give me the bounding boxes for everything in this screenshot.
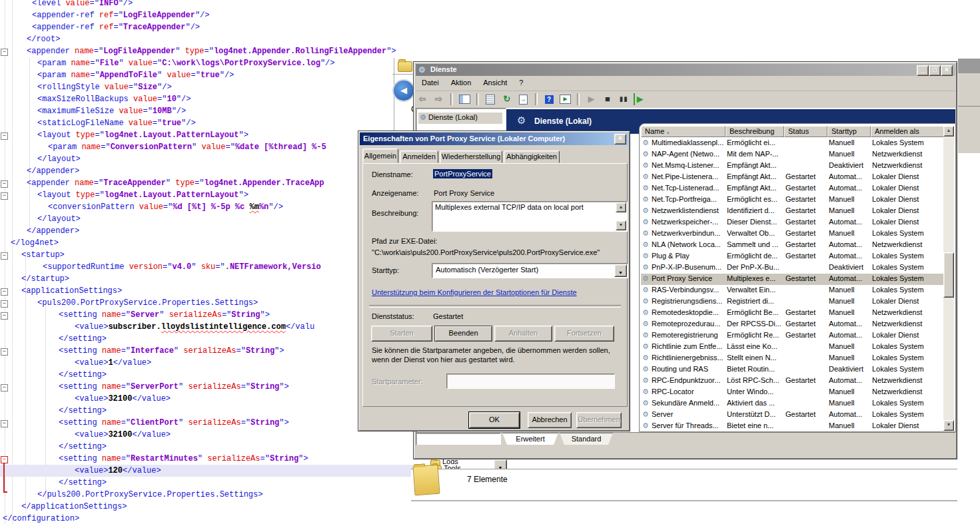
scroll-down-button[interactable]: ▼ [943, 420, 954, 431]
startup-options-help-link[interactable]: Unterstützung beim Konfigurieren der Sta… [372, 288, 577, 296]
forward-icon[interactable]: ⇨ [432, 93, 445, 105]
service-row[interactable]: ⚙Netzwerkverbindun...Verwaltet Ob...Gest… [641, 228, 943, 240]
fold-toggle-icon[interactable]: − [1, 192, 8, 200]
service-row[interactable]: ⚙Routing und RASBietet Routin...Deaktivi… [641, 364, 943, 376]
service-row[interactable]: ⚙PnP-X-IP-Busenum...Der PnP-X-Bu...Deakt… [641, 262, 943, 274]
cell-description: Stellt einen N... [727, 354, 783, 362]
properties-icon[interactable] [484, 93, 497, 105]
service-row[interactable]: ⚙Remoteprozedurau...Der RPCSS-Di...Gesta… [641, 319, 943, 330]
services-scrollbar[interactable]: ▲ ▼ [943, 126, 954, 431]
service-name-value[interactable]: PortProxyService [433, 169, 492, 178]
column-header-name[interactable]: Name ▲ [641, 126, 726, 137]
fold-toggle-icon[interactable]: − [1, 180, 8, 188]
service-row[interactable]: ⚙Net.Tcp-Listenerad...Empfängt Akt...Ges… [641, 183, 943, 194]
service-row[interactable]: ⚙Port Proxy ServiceMultiplexes e...Gesta… [641, 274, 943, 285]
start-button[interactable]: Starten [371, 326, 432, 342]
apply-button[interactable]: Übernehmen [576, 412, 622, 428]
service-row[interactable]: ⚙Plug & PlayErmöglicht de...GestartetAut… [641, 251, 943, 262]
cell-description: Der PnP-X-Bu... [727, 263, 783, 271]
code-line: <value>subscriber.lloydslistintelligence… [0, 321, 405, 333]
description-scroll-up[interactable]: ▲ [616, 202, 626, 212]
description-textbox[interactable]: Multiplexes external TCP/IP data on loca… [432, 201, 628, 232]
scrollbar-thumb[interactable] [943, 252, 954, 298]
fold-toggle-icon[interactable]: − [1, 132, 8, 140]
service-row[interactable]: ⚙Richtlinie zum Entfe...Lässt eine Ko...… [641, 342, 943, 353]
service-row[interactable]: ⚙NLA (Network Loca...Sammelt und ...Gest… [641, 240, 943, 251]
service-row[interactable]: ⚙Richtlinienergebniss...Stellt einen N..… [641, 353, 943, 364]
taskpad-window-icon[interactable]: ▶ [559, 93, 572, 105]
service-row[interactable]: ⚙Net.Tcp-Portfreiga...Ermöglicht es...Ge… [641, 194, 943, 206]
fold-toggle-icon[interactable]: − [1, 420, 8, 427]
service-row[interactable]: ⚙ServerUnterstützt D...GestartetAutomat.… [641, 409, 943, 421]
dialog-close-button[interactable]: × [614, 134, 626, 144]
service-row[interactable]: ⚙Server für Threads...Bietet eine n...Ma… [641, 421, 943, 431]
service-row[interactable]: ⚙NAP-Agent (Netwo...Mit dem NAP-...Manue… [641, 149, 943, 160]
fold-toggle-icon[interactable]: − [1, 288, 8, 296]
dialog-tab-wiederherstellung[interactable]: Wiederherstellung [440, 150, 502, 163]
fold-gutter[interactable]: −−−−−−−−−−−− [0, 0, 13, 524]
dialog-titlebar[interactable]: Eigenschaften von Port Proxy Service (Lo… [360, 132, 628, 145]
stop-service-icon[interactable]: ■ [601, 93, 614, 105]
fold-toggle-icon[interactable]: − [1, 300, 8, 308]
fold-toggle-icon[interactable]: − [1, 312, 8, 320]
maximize-button[interactable]: □ [929, 65, 941, 76]
dialog-tab-allgemein[interactable]: Allgemein [362, 148, 398, 163]
fold-toggle-icon[interactable]: − [1, 49, 8, 56]
start-service-icon[interactable]: ▶ [584, 93, 598, 105]
resume-button[interactable]: Fortsetzen [554, 326, 614, 342]
service-row[interactable]: ⚙Remotedesktopdie...Ermöglicht Be...Gest… [641, 308, 943, 319]
dialog-tab-abhängigkeiten[interactable]: Abhängigkeiten [504, 150, 560, 163]
close-button[interactable]: × [941, 65, 953, 76]
service-gear-icon: ⚙ [642, 320, 649, 328]
fold-toggle-icon-active[interactable]: − [1, 456, 8, 463]
fold-toggle-icon[interactable]: − [1, 384, 8, 392]
service-row[interactable]: ⚙RPC-LocatorUnter Windo...ManuellNetzwer… [641, 387, 943, 398]
fold-toggle-icon[interactable]: − [1, 252, 8, 260]
service-row[interactable]: ⚙Sekundäre Anmeld...Aktiviert das ...Man… [641, 398, 943, 409]
combobox-dropdown-button[interactable]: ▼ [614, 264, 627, 277]
ok-button[interactable]: OK [468, 411, 520, 429]
fold-toggle-icon[interactable]: − [1, 348, 8, 356]
combo-dropdown-button[interactable]: ▼ [494, 459, 507, 469]
start-params-input[interactable] [446, 374, 615, 389]
refresh-icon[interactable]: ↻ [500, 93, 514, 105]
console-tree-icon[interactable] [458, 93, 471, 105]
menu-item-datei[interactable]: Datei [416, 77, 445, 91]
pause-button[interactable]: Anhalten [494, 326, 552, 342]
description-scroll-down[interactable]: ▼ [616, 220, 626, 230]
column-header-starttyp[interactable]: Starttyp [827, 126, 871, 137]
help-icon[interactable]: ? [542, 93, 556, 105]
service-row[interactable]: ⚙Registrierungsdiens...Registriert di...… [641, 296, 943, 308]
column-header-status[interactable]: Status [784, 126, 827, 137]
service-row[interactable]: ⚙Netzwerkspeicher-...Dieser Dienst...Ges… [641, 217, 943, 228]
service-row[interactable]: ⚙Multimediaklassenpl...Ermöglicht ei...M… [641, 138, 943, 149]
service-row[interactable]: ⚙NetzwerklistendienstIdentifiziert d...G… [641, 206, 943, 217]
tree-item-dienste-lokal[interactable]: ⚙ Dienste (Lokal) [418, 113, 502, 124]
menu-item-?[interactable]: ? [513, 77, 529, 91]
folder-item-label[interactable]: Logs [442, 459, 458, 464]
menu-item-ansicht[interactable]: Ansicht [477, 77, 513, 91]
menu-item-aktion[interactable]: Aktion [445, 77, 478, 91]
export-list-icon[interactable]: → [516, 93, 530, 105]
tab-erweitert[interactable]: Erweitert [502, 433, 558, 445]
scroll-up-button[interactable]: ▲ [943, 126, 954, 136]
code-editor[interactable]: <level value="INFO"/><appender-ref ref="… [0, 0, 413, 524]
explorer-back-button[interactable]: ◀ [392, 79, 415, 102]
service-row[interactable]: ⚙Net.Msmq-Listener...Empfängt Akt...Deak… [641, 160, 943, 172]
back-icon[interactable]: ⇦ [416, 93, 429, 105]
service-row[interactable]: ⚙RAS-Verbindungsv...Verwaltet Ein...Manu… [641, 285, 943, 296]
column-header-anmeldenals[interactable]: Anmelden als [871, 126, 944, 137]
pause-service-icon[interactable]: ▮▮ [617, 93, 630, 105]
column-header-beschreibung[interactable]: Beschreibung [726, 126, 784, 137]
tab-standard[interactable]: Standard [560, 433, 613, 445]
cancel-button[interactable]: Abbrechen [528, 412, 572, 428]
service-row[interactable]: ⚙RPC-Endpunktzuor...Löst RPC-Sch...Gesta… [641, 376, 943, 387]
service-row[interactable]: ⚙Net.Pipe-Listenera...Empfängt Akt...Ges… [641, 172, 943, 183]
dialog-tab-anmelden[interactable]: Anmelden [400, 150, 438, 163]
stop-button[interactable]: Beenden [434, 326, 492, 342]
services-titlebar[interactable]: ⚙ Dienste _ □ × [416, 64, 955, 76]
service-row[interactable]: ⚙RemoteregistrierungErmöglicht Re...Gest… [641, 330, 943, 342]
startup-type-combobox[interactable]: Automatisch (Verzögerter Start) ▼ [432, 263, 628, 278]
minimize-button[interactable]: _ [917, 65, 929, 76]
restart-service-icon[interactable]: ▶ [634, 93, 646, 105]
